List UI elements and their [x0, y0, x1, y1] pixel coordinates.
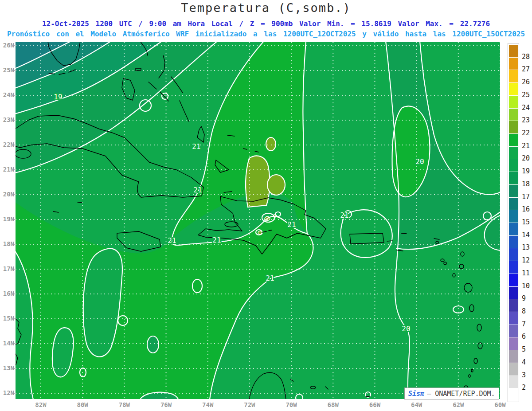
lat-tick-mark [14, 169, 16, 170]
contour-label-21: 21 [340, 211, 348, 219]
map-area: 19212121212121212020 [16, 42, 500, 399]
colorbar-cell [509, 235, 518, 248]
colorbar-cell [509, 133, 518, 146]
lat-tick-label: 13N [1, 364, 14, 372]
colorbar-cell [509, 197, 518, 210]
colorbar-level-label: 28 [522, 53, 530, 61]
colorbar-cell [509, 337, 518, 350]
watermark-brand: Sisπ [408, 390, 424, 398]
colorbar-level-label: 8 [522, 307, 526, 315]
contour-label-21: 21 [192, 142, 200, 151]
lon-tick-label: 68W [322, 401, 344, 408]
colorbar-level-label: 26 [522, 78, 530, 86]
lat-tick-mark [14, 95, 16, 96]
lon-tick-label: 82W [30, 401, 51, 408]
contour-label-21: 21 [266, 274, 274, 282]
lon-tick-label: 78W [113, 401, 135, 408]
lat-tick-mark [14, 269, 16, 270]
lon-tick-label: 76W [156, 401, 177, 408]
lat-tick-label: 22N [1, 141, 14, 148]
colorbar-level-label: 15 [522, 218, 530, 226]
lon-tick-label: 62W [448, 401, 469, 408]
temperature-map: 19212121212121212020 [16, 42, 500, 399]
contour-label-21: 21 [168, 236, 176, 245]
lat-tick-label: 21N [1, 166, 14, 173]
colorbar-level-label: 2 [522, 384, 526, 391]
lat-tick-label: 17N [1, 265, 14, 272]
contour-label-21: 21 [212, 236, 221, 244]
temperature-colorbar [508, 43, 519, 402]
colorbar-cell [509, 363, 518, 376]
colorbar-level-label: 3 [522, 371, 526, 379]
lat-tick-label: 24N [1, 91, 14, 98]
lat-tick-label: 20N [1, 191, 14, 198]
lat-tick-label: 15N [1, 315, 14, 322]
lat-tick-label: 18N [1, 240, 14, 247]
colorbar-cell [509, 286, 518, 299]
lon-tick-label: 64W [406, 401, 427, 408]
lat-tick-mark [14, 318, 16, 319]
colorbar-cell [509, 95, 518, 108]
colorbar-level-label: 21 [522, 142, 530, 150]
lat-tick-mark [14, 244, 16, 245]
colorbar-level-label: 27 [522, 65, 530, 73]
colorbar-level-label: 4 [522, 358, 526, 366]
lat-tick-mark [14, 70, 16, 71]
colorbar-cell [509, 121, 518, 133]
colorbar-cell [509, 57, 518, 70]
colorbar-cell [509, 159, 518, 172]
lat-tick-mark [14, 45, 16, 46]
watermark-box: Sisπ – ONAMET/REP.DOM. [404, 388, 499, 399]
contour-label-21: 21 [287, 220, 296, 229]
colorbar-cell [509, 350, 518, 363]
subtitle-model-run: Pronóstico con el Modelo Atmósferico WRF… [0, 30, 532, 38]
lat-tick-mark [14, 145, 16, 145]
colorbar-cell [509, 299, 518, 312]
colorbar-level-label: 13 [522, 243, 530, 251]
colorbar-level-label: 25 [522, 91, 530, 99]
weather-chart-page: Temperatura (C,somb.) 12-Oct-2025 1200 U… [0, 0, 532, 411]
subtitle-validtime: 12-Oct-2025 1200 UTC / 9:00 am Hora Loca… [0, 20, 532, 28]
lon-tick-label: 80W [72, 401, 93, 408]
colorbar-cell [509, 44, 518, 57]
lat-tick-mark [14, 120, 16, 121]
colorbar-level-label: 17 [522, 193, 530, 201]
lat-tick-mark [14, 294, 16, 294]
lat-tick-label: 12N [1, 389, 14, 396]
lat-tick-mark [14, 194, 16, 195]
colorbar-cell [509, 274, 518, 286]
colorbar-cell [509, 261, 518, 274]
colorbar-level-label: 23 [522, 116, 530, 124]
colorbar-cell [509, 172, 518, 184]
colorbar-cell [509, 248, 518, 261]
lon-tick-label: 70W [281, 401, 302, 408]
lon-tick-label: 60W [489, 401, 511, 408]
colorbar-cell [509, 184, 518, 197]
colorbar-level-label: 10 [522, 282, 530, 290]
colorbar-level-label: 6 [522, 333, 526, 341]
watermark-org: – ONAMET/REP.DOM. [427, 390, 495, 398]
lat-tick-label: 19N [1, 215, 14, 223]
lat-tick-mark [14, 219, 16, 220]
lat-tick-label: 16N [1, 290, 14, 297]
lat-tick-label: 14N [1, 340, 14, 347]
contour-label-20: 20 [415, 157, 424, 166]
lon-tick-label: 66W [364, 401, 385, 408]
lat-tick-label: 25N [1, 67, 14, 74]
colorbar-level-label: 18 [522, 180, 530, 188]
lon-tick-label: 72W [239, 401, 260, 408]
colorbar-level-label: 11 [522, 269, 530, 277]
colorbar-cell [509, 325, 518, 337]
colorbar-level-label: 7 [522, 320, 526, 328]
colorbar-level-label: 9 [522, 294, 526, 302]
colorbar-level-label: 24 [522, 104, 530, 112]
colorbar-level-label: 22 [522, 129, 530, 137]
lat-tick-label: 26N [1, 42, 14, 49]
colorbar-cell [509, 312, 518, 325]
colorbar-level-label: 19 [522, 167, 530, 175]
lat-tick-mark [14, 368, 16, 369]
colorbar-cell [509, 146, 518, 159]
contour-label-20: 20 [402, 325, 410, 333]
colorbar-level-label: 16 [522, 205, 530, 213]
colorbar-cell [509, 70, 518, 82]
